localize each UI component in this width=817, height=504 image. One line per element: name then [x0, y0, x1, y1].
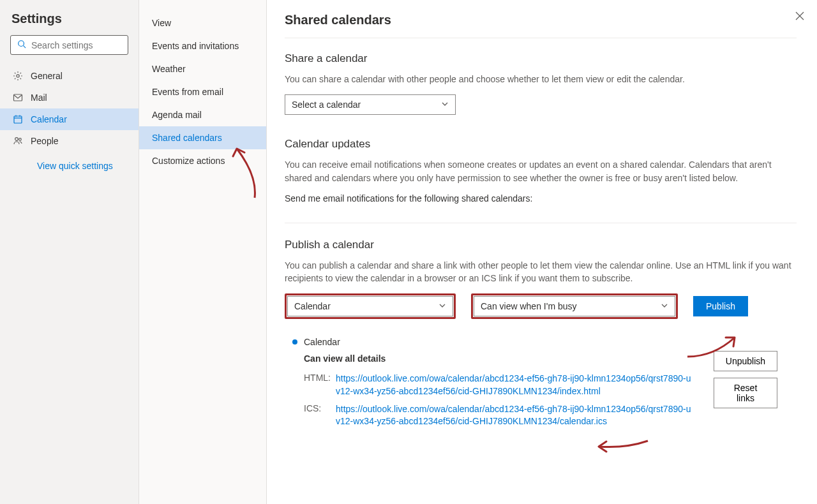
select-label: Select a calendar	[292, 100, 361, 110]
view-quick-settings-link[interactable]: View quick settings	[0, 152, 139, 177]
share-section-title: Share a calendar	[285, 52, 797, 65]
subnav-events-invitations[interactable]: Events and invitations	[139, 34, 266, 57]
publish-button[interactable]: Publish	[693, 296, 748, 316]
svg-line-1	[24, 46, 26, 48]
svg-point-9	[19, 138, 22, 141]
subnav-shared-calendars[interactable]: Shared calendars	[139, 126, 266, 149]
published-calendar-row: Calendar	[292, 337, 797, 347]
search-input[interactable]	[31, 40, 143, 50]
svg-point-8	[15, 138, 19, 141]
annotation-highlight: Calendar	[285, 293, 456, 319]
published-calendar-name: Calendar	[304, 337, 340, 347]
chevron-down-icon	[661, 301, 668, 311]
nav-label: Calendar	[31, 114, 67, 124]
published-links: HTML: https://outlook.live.com/owa/calen…	[304, 373, 693, 427]
nav-label: Mail	[31, 93, 47, 103]
annotation-highlight: Can view when I'm busy	[471, 293, 678, 319]
divider	[285, 223, 797, 223]
select-label: Can view when I'm busy	[481, 301, 577, 311]
nav-calendar[interactable]: Calendar	[0, 108, 139, 130]
nav-people[interactable]: People	[0, 130, 139, 152]
close-button[interactable]	[795, 11, 804, 23]
calendar-subnav: View Events and invitations Weather Even…	[139, 0, 267, 504]
settings-sidebar: Settings General Mail Calendar	[0, 0, 139, 504]
chevron-down-icon	[438, 301, 446, 311]
svg-point-0	[19, 41, 24, 47]
subnav-agenda-mail[interactable]: Agenda mail	[139, 103, 266, 126]
page-title: Shared calendars	[285, 13, 797, 38]
subnav-events-from-email[interactable]: Events from email	[139, 80, 266, 103]
nav-mail[interactable]: Mail	[0, 87, 139, 108]
html-link[interactable]: https://outlook.live.com/owa/calendar/ab…	[336, 373, 693, 397]
settings-title: Settings	[0, 11, 139, 35]
updates-section-title: Calendar updates	[285, 138, 797, 151]
publish-section-desc: You can publish a calendar and share a l…	[285, 259, 797, 285]
ics-label: ICS:	[304, 403, 336, 428]
subnav-customize-actions[interactable]: Customize actions	[139, 149, 266, 172]
calendar-color-dot	[292, 339, 297, 345]
svg-point-2	[17, 75, 19, 77]
svg-rect-4	[14, 116, 22, 123]
publish-section-title: Publish a calendar	[285, 239, 797, 251]
search-input-wrap[interactable]	[10, 35, 128, 55]
reset-links-button[interactable]: Reset links	[714, 378, 777, 408]
share-section-desc: You can share a calendar with other peop…	[285, 73, 797, 85]
nav-label: People	[31, 136, 59, 146]
publish-calendar-dropdown[interactable]: Calendar	[287, 296, 453, 316]
search-icon	[17, 40, 26, 50]
subnav-weather[interactable]: Weather	[139, 57, 266, 80]
settings-content: Shared calendars Share a calendar You ca…	[267, 0, 817, 504]
select-label: Calendar	[294, 301, 331, 311]
updates-section-desc: You can receive email notifications when…	[285, 158, 797, 184]
select-calendar-dropdown[interactable]: Select a calendar	[285, 94, 456, 115]
gear-icon	[13, 71, 23, 81]
nav-general[interactable]: General	[0, 65, 139, 87]
updates-note: Send me email notifications for the foll…	[285, 193, 797, 204]
html-label: HTML:	[304, 373, 336, 397]
nav-label: General	[31, 71, 63, 81]
people-icon	[13, 136, 23, 146]
publish-permission-dropdown[interactable]: Can view when I'm busy	[474, 296, 675, 316]
mail-icon	[13, 93, 23, 103]
chevron-down-icon	[441, 100, 449, 110]
subnav-view[interactable]: View	[139, 11, 266, 34]
unpublish-button[interactable]: Unpublish	[714, 351, 777, 371]
ics-link[interactable]: https://outlook.live.com/owa/calendar/ab…	[336, 403, 693, 428]
calendar-icon	[13, 114, 23, 124]
